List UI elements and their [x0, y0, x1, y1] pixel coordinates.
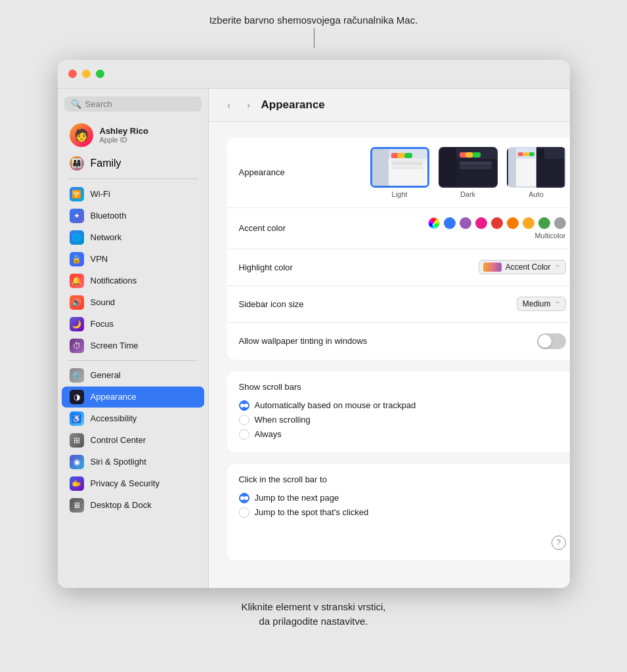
sidebar-icon-size-row: Sidebar icon size Medium ⌃	[227, 286, 570, 323]
sidebar-item-notifications[interactable]: 🔔Notifications	[62, 270, 204, 291]
sidebar: 🔍 🧑 Ashley Rico Apple ID 👨‍👩‍👧 Family 🛜W…	[58, 89, 209, 588]
privacy-icon: 🫱	[70, 476, 84, 491]
scroll-scrolling-option[interactable]: When scrolling	[239, 413, 566, 427]
chevron-down-icon: ⌃	[555, 264, 560, 271]
sidebar-item-appearance[interactable]: ◑Appearance	[62, 387, 204, 408]
desktop-icon: 🖥	[70, 498, 84, 513]
forward-button[interactable]: ›	[242, 98, 256, 112]
color-multicolor[interactable]	[428, 217, 440, 229]
scroll-auto-label: Automatically based on mouse or trackpad	[255, 400, 416, 410]
color-dots	[428, 217, 566, 229]
content-header: ‹ › Appearance	[209, 89, 570, 122]
color-graphite[interactable]	[554, 217, 566, 229]
vpn-label: VPN	[91, 254, 108, 264]
sidebar-item-wifi[interactable]: 🛜Wi-Fi	[62, 184, 204, 205]
color-orange[interactable]	[507, 217, 519, 229]
appearance-light-option[interactable]: Light	[370, 147, 429, 198]
focus-icon: 🌙	[70, 317, 84, 331]
click-next-page-radio[interactable]	[239, 493, 249, 503]
appearance-thumbnails: Light	[370, 147, 566, 198]
click-next-page-option[interactable]: Jump to the next page	[239, 491, 566, 505]
click-scroll-section: Click in the scroll bar to Jump to the n…	[227, 464, 570, 560]
highlight-color-row: Highlight color Accent Color ⌃	[227, 249, 570, 286]
color-purple[interactable]	[460, 217, 471, 229]
sidebar-item-vpn[interactable]: 🔒VPN	[62, 249, 204, 270]
sound-icon: 🔊	[70, 295, 84, 310]
notifications-icon: 🔔	[70, 274, 84, 288]
scroll-scrolling-radio[interactable]	[239, 415, 249, 425]
scroll-always-label: Always	[255, 429, 282, 439]
accent-colors: Multicolor	[428, 217, 566, 240]
sidebar-item-siri[interactable]: ◉Siri & Spotlight	[62, 452, 204, 472]
wallpaper-tinting-control	[402, 333, 566, 349]
minimize-button[interactable]	[82, 70, 91, 78]
window-body: 🔍 🧑 Ashley Rico Apple ID 👨‍👩‍👧 Family 🛜W…	[58, 89, 570, 588]
maximize-button[interactable]	[96, 70, 104, 78]
notifications-label: Notifications	[91, 276, 137, 285]
bluetooth-icon: ✦	[70, 209, 84, 223]
sidebar-item-desktop[interactable]: 🖥Desktop & Dock	[62, 495, 204, 516]
sidebar-item-bluetooth[interactable]: ✦Bluetooth	[62, 205, 204, 226]
siri-label: Siri & Spotlight	[91, 457, 146, 467]
scroll-auto-option[interactable]: Automatically based on mouse or trackpad	[239, 398, 566, 413]
sidebar-icon-size-select[interactable]: Medium ⌃	[517, 297, 566, 311]
back-button[interactable]: ‹	[222, 98, 236, 112]
color-green[interactable]	[538, 217, 550, 229]
sidebar-item-family[interactable]: 👨‍👩‍👧 Family	[62, 153, 204, 174]
click-spot-option[interactable]: Jump to the spot that's clicked	[239, 505, 566, 520]
help-button[interactable]: ?	[551, 536, 566, 550]
settings-window: 🔍 🧑 Ashley Rico Apple ID 👨‍👩‍👧 Family 🛜W…	[58, 60, 570, 588]
appearance-auto-option[interactable]: Auto	[507, 147, 566, 198]
color-blue[interactable]	[444, 217, 456, 229]
click-spot-radio[interactable]	[239, 507, 249, 518]
user-name: Ashley Rico	[100, 126, 148, 136]
highlight-value: Accent Color	[506, 262, 551, 272]
sidebar-item-screentime[interactable]: ⏱Screen Time	[62, 335, 204, 356]
sidebar-item-network[interactable]: 🌐Network	[62, 227, 204, 248]
color-pink[interactable]	[475, 217, 487, 229]
auto-label: Auto	[529, 190, 544, 198]
highlight-color-select[interactable]: Accent Color ⌃	[479, 260, 566, 274]
size-chevron-icon: ⌃	[555, 301, 560, 308]
user-profile-item[interactable]: 🧑 Ashley Rico Apple ID	[62, 119, 204, 151]
sidebar-item-accessibility[interactable]: ♿Accessibility	[62, 408, 204, 429]
appearance-dark-option[interactable]: Dark	[439, 147, 498, 198]
appearance-label: Appearance	[91, 392, 137, 402]
general-icon: ⚙️	[70, 368, 84, 383]
separator-1	[68, 178, 198, 179]
search-icon: 🔍	[71, 99, 81, 109]
color-red[interactable]	[491, 217, 503, 229]
sidebar-item-sound[interactable]: 🔊Sound	[62, 292, 204, 313]
search-input[interactable]	[85, 99, 195, 109]
screentime-icon: ⏱	[70, 339, 84, 353]
accent-color-row: Accent color	[227, 208, 570, 249]
scroll-scrolling-label: When scrolling	[255, 415, 311, 425]
scroll-auto-radio[interactable]	[239, 400, 249, 411]
scroll-always-radio[interactable]	[239, 429, 249, 440]
sidebar-item-privacy[interactable]: 🫱Privacy & Security	[62, 473, 204, 494]
scroll-always-option[interactable]: Always	[239, 427, 566, 442]
click-next-page-label: Jump to the next page	[255, 493, 339, 503]
accent-color-control: Multicolor	[370, 217, 566, 240]
multicolor-label: Multicolor	[534, 232, 565, 240]
appearance-icon: ◑	[70, 390, 84, 404]
wallpaper-tinting-toggle[interactable]	[537, 333, 566, 349]
wifi-label: Wi-Fi	[91, 189, 110, 199]
close-button[interactable]	[68, 70, 77, 78]
scroll-bars-section: Show scroll bars Automatically based on …	[227, 371, 570, 452]
sidebar-icon-size-label: Sidebar icon size	[239, 299, 370, 309]
search-bar[interactable]: 🔍	[64, 96, 202, 112]
sidebar-item-controlcenter[interactable]: ⊞Control Center	[62, 430, 204, 451]
sound-label: Sound	[91, 297, 116, 307]
sidebar-item-focus[interactable]: 🌙Focus	[62, 314, 204, 335]
user-info: Ashley Rico Apple ID	[100, 126, 148, 144]
color-yellow[interactable]	[523, 217, 534, 229]
network-icon: 🌐	[70, 230, 84, 245]
sidebar-item-general[interactable]: ⚙️General	[62, 365, 204, 386]
sidebar-icon-size-control: Medium ⌃	[370, 297, 566, 311]
main-content: ‹ › Appearance Appearance	[209, 89, 570, 588]
controlcenter-label: Control Center	[91, 435, 146, 445]
user-subtitle: Apple ID	[100, 136, 148, 144]
general-label: General	[91, 370, 121, 380]
accent-color-label: Accent color	[239, 223, 370, 233]
